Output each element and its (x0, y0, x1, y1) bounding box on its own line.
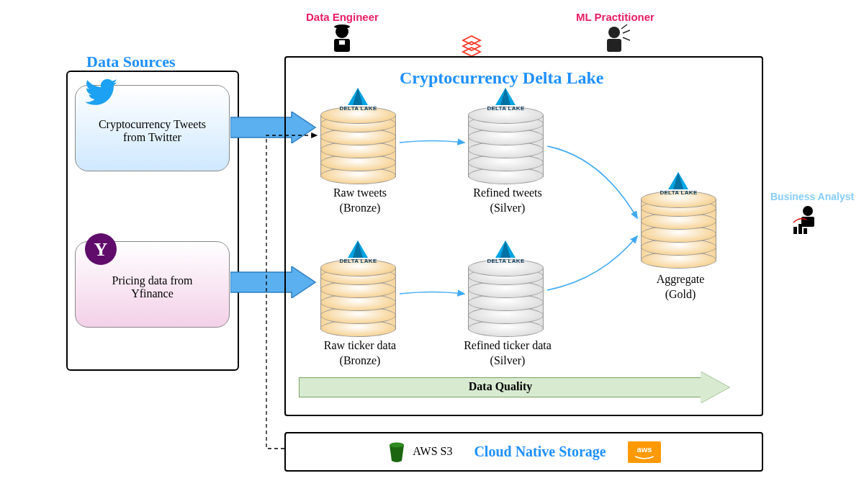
persona-data-engineer-icon (328, 23, 356, 55)
s3-label: AWS S3 (413, 444, 452, 459)
cloud-title: Cloud Native Storage (474, 444, 606, 460)
source-twitter-label: Cryptocurrency Tweets from Twitter (76, 118, 229, 144)
refined-tweets-caption: Refined tweets(Silver) (461, 186, 554, 216)
svg-rect-12 (793, 227, 797, 234)
svg-rect-13 (798, 224, 802, 234)
refined-ticker-caption: Refined ticker data(Silver) (454, 338, 562, 369)
delta-lake-label: DELTA LAKE (468, 258, 544, 264)
svg-point-10 (803, 206, 813, 216)
lake-title: Cryptocurrency Delta Lake (400, 68, 604, 88)
svg-point-3 (334, 24, 350, 29)
svg-text:Y: Y (94, 239, 108, 260)
persona-analyst-label: Business Analyst (770, 191, 854, 202)
db-raw-tweets: DELTA LAKE (320, 107, 396, 189)
db-aggregate: DELTA LAKE (641, 191, 716, 274)
svg-text:aws: aws (636, 445, 652, 454)
persona-data-engineer-label: Data Engineer (306, 11, 379, 23)
yahoo-icon: Y (83, 231, 119, 267)
db-refined-ticker: DELTA LAKE (468, 259, 544, 342)
data-quality-label: Data Quality (299, 380, 702, 393)
delta-lake-label: DELTA LAKE (468, 105, 544, 112)
twitter-icon (83, 75, 119, 111)
persona-ml-icon (601, 23, 630, 55)
databricks-icon (461, 35, 482, 56)
sources-title: Data Sources (86, 53, 176, 71)
aggregate-caption: Aggregate(Gold) (637, 272, 724, 302)
raw-ticker-caption: Raw ticker data(Bronze) (310, 338, 410, 369)
raw-tweets-caption: Raw tweets(Bronze) (313, 186, 407, 216)
persona-ml-label: ML Practitioner (576, 11, 654, 23)
delta-lake-label: DELTA LAKE (320, 258, 396, 264)
source-card-yahoo: Y Pricing data from Yfinance (75, 241, 230, 328)
source-yahoo-label: Pricing data from Yfinance (76, 274, 229, 300)
cloud-storage-panel: AWS S3 Cloud Native Storage aws (284, 432, 763, 472)
delta-lake-label: DELTA LAKE (641, 189, 716, 196)
data-quality-arrow: Data Quality (299, 374, 731, 400)
source-card-twitter: Cryptocurrency Tweets from Twitter (75, 85, 230, 171)
db-refined-tweets: DELTA LAKE (468, 107, 544, 189)
svg-point-4 (608, 27, 620, 38)
persona-analyst-icon (792, 204, 821, 236)
svg-rect-14 (804, 228, 807, 234)
aws-logo-icon: aws (628, 441, 661, 463)
s3-bucket-icon (387, 441, 407, 464)
svg-rect-5 (607, 39, 621, 52)
db-raw-ticker: DELTA LAKE (320, 259, 396, 342)
delta-lake-label: DELTA LAKE (320, 105, 396, 112)
svg-point-15 (390, 442, 404, 447)
svg-rect-2 (339, 40, 345, 45)
